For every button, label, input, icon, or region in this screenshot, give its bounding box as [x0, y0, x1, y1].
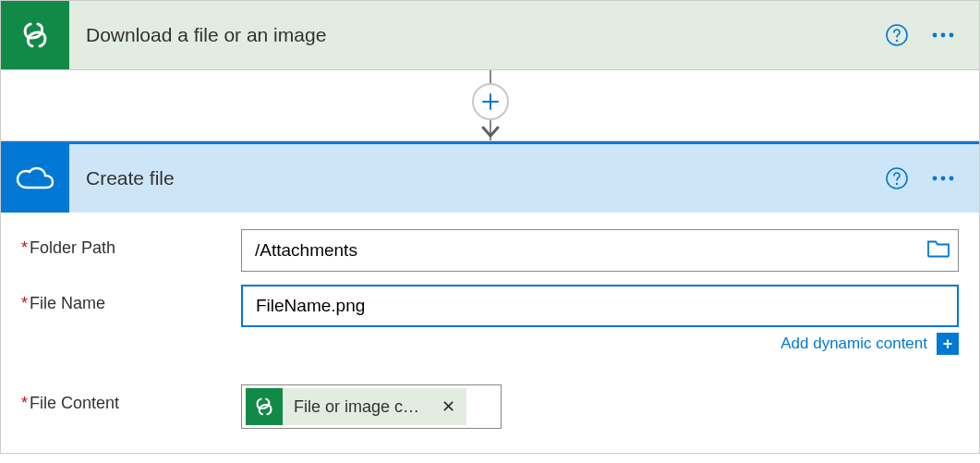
help-icon[interactable]	[885, 166, 909, 190]
folder-path-label: *Folder Path	[21, 229, 241, 258]
file-name-input-wrap	[241, 285, 959, 327]
folder-path-input-wrap	[241, 229, 959, 272]
step1-header[interactable]: Download a file or an image	[1, 1, 979, 69]
dataverse-icon	[246, 388, 283, 425]
field-file-name: *File Name Add dynamic content +	[21, 285, 959, 372]
svg-point-7	[933, 177, 938, 181]
step2-header[interactable]: Create file	[1, 144, 979, 213]
svg-point-4	[950, 33, 954, 38]
field-folder-path: *Folder Path	[21, 229, 959, 272]
add-dynamic-content-button[interactable]: +	[937, 333, 959, 355]
folder-picker-icon[interactable]	[926, 238, 950, 263]
svg-point-9	[950, 177, 954, 181]
file-content-token: File or image c… ✕	[246, 388, 466, 425]
svg-point-1	[896, 40, 898, 42]
add-dynamic-content-link[interactable]: Add dynamic content	[780, 335, 927, 353]
svg-point-2	[933, 33, 938, 38]
svg-point-3	[941, 33, 946, 38]
folder-path-input[interactable]	[255, 230, 945, 271]
file-content-input[interactable]: File or image c… ✕	[241, 384, 502, 429]
more-icon[interactable]	[931, 175, 955, 182]
dataverse-icon	[1, 1, 69, 69]
step-connector	[0, 70, 980, 140]
step-create-file: Create file *Folder Path	[0, 140, 980, 454]
more-icon[interactable]	[931, 31, 955, 39]
file-name-label-text: File Name	[30, 294, 105, 312]
svg-point-8	[941, 177, 946, 181]
field-file-content: *File Content File or image c… ✕	[21, 384, 959, 429]
connector-arrow-icon	[480, 125, 501, 142]
step-download-file: Download a file or an image	[0, 0, 980, 70]
file-content-label: *File Content	[21, 384, 241, 413]
help-icon[interactable]	[885, 23, 909, 47]
step2-body: *Folder Path *File Name	[1, 213, 979, 453]
insert-step-button[interactable]	[472, 83, 509, 120]
step1-title: Download a file or an image	[86, 24, 885, 46]
file-content-token-label: File or image c…	[283, 397, 430, 417]
folder-path-label-text: Folder Path	[30, 238, 115, 257]
onedrive-icon	[1, 144, 69, 213]
remove-token-button[interactable]: ✕	[430, 396, 466, 417]
file-name-input[interactable]	[256, 286, 944, 325]
step2-title: Create file	[86, 167, 885, 189]
dynamic-content-row: Add dynamic content +	[241, 333, 959, 355]
file-name-label: *File Name	[21, 285, 241, 313]
file-content-label-text: File Content	[30, 394, 119, 412]
svg-point-6	[896, 183, 898, 185]
